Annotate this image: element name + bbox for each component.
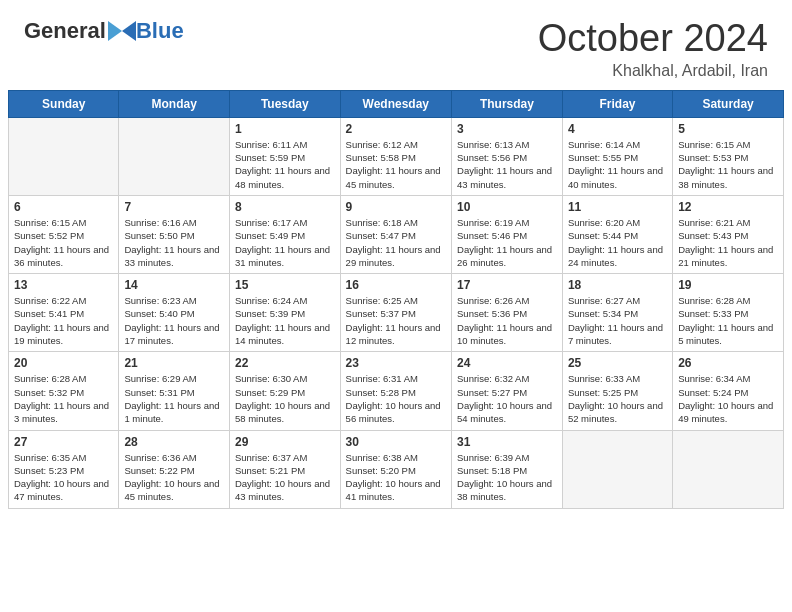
day-number: 17 — [457, 278, 557, 292]
day-number: 19 — [678, 278, 778, 292]
day-number: 30 — [346, 435, 446, 449]
header: General Blue October 2024 Khalkhal, Arda… — [0, 0, 792, 90]
day-detail: Sunrise: 6:32 AMSunset: 5:27 PMDaylight:… — [457, 372, 557, 425]
calendar-day-cell: 17Sunrise: 6:26 AMSunset: 5:36 PMDayligh… — [452, 274, 563, 352]
calendar-day-cell: 30Sunrise: 6:38 AMSunset: 5:20 PMDayligh… — [340, 430, 451, 508]
day-number: 4 — [568, 122, 667, 136]
day-detail: Sunrise: 6:28 AMSunset: 5:32 PMDaylight:… — [14, 372, 113, 425]
day-number: 29 — [235, 435, 335, 449]
day-number: 26 — [678, 356, 778, 370]
calendar-day-cell: 27Sunrise: 6:35 AMSunset: 5:23 PMDayligh… — [9, 430, 119, 508]
month-title: October 2024 — [538, 18, 768, 60]
calendar-day-cell: 22Sunrise: 6:30 AMSunset: 5:29 PMDayligh… — [229, 352, 340, 430]
calendar-day-cell: 15Sunrise: 6:24 AMSunset: 5:39 PMDayligh… — [229, 274, 340, 352]
calendar-weekday-header: Thursday — [452, 90, 563, 117]
day-number: 16 — [346, 278, 446, 292]
calendar-day-cell: 10Sunrise: 6:19 AMSunset: 5:46 PMDayligh… — [452, 195, 563, 273]
calendar-weekday-header: Wednesday — [340, 90, 451, 117]
day-number: 7 — [124, 200, 224, 214]
day-detail: Sunrise: 6:31 AMSunset: 5:28 PMDaylight:… — [346, 372, 446, 425]
calendar-day-cell: 11Sunrise: 6:20 AMSunset: 5:44 PMDayligh… — [562, 195, 672, 273]
calendar-day-cell: 12Sunrise: 6:21 AMSunset: 5:43 PMDayligh… — [673, 195, 784, 273]
day-detail: Sunrise: 6:34 AMSunset: 5:24 PMDaylight:… — [678, 372, 778, 425]
day-number: 9 — [346, 200, 446, 214]
day-detail: Sunrise: 6:12 AMSunset: 5:58 PMDaylight:… — [346, 138, 446, 191]
svg-marker-1 — [108, 21, 122, 41]
calendar-day-cell — [119, 117, 230, 195]
day-detail: Sunrise: 6:30 AMSunset: 5:29 PMDaylight:… — [235, 372, 335, 425]
calendar-day-cell — [9, 117, 119, 195]
calendar-day-cell — [562, 430, 672, 508]
logo-blue-text: Blue — [136, 18, 184, 44]
calendar-week-row: 1Sunrise: 6:11 AMSunset: 5:59 PMDaylight… — [9, 117, 784, 195]
day-number: 24 — [457, 356, 557, 370]
day-detail: Sunrise: 6:39 AMSunset: 5:18 PMDaylight:… — [457, 451, 557, 504]
calendar-day-cell: 6Sunrise: 6:15 AMSunset: 5:52 PMDaylight… — [9, 195, 119, 273]
day-number: 25 — [568, 356, 667, 370]
calendar-header-row: SundayMondayTuesdayWednesdayThursdayFrid… — [9, 90, 784, 117]
day-detail: Sunrise: 6:25 AMSunset: 5:37 PMDaylight:… — [346, 294, 446, 347]
day-detail: Sunrise: 6:19 AMSunset: 5:46 PMDaylight:… — [457, 216, 557, 269]
day-number: 13 — [14, 278, 113, 292]
day-number: 22 — [235, 356, 335, 370]
calendar-day-cell: 26Sunrise: 6:34 AMSunset: 5:24 PMDayligh… — [673, 352, 784, 430]
calendar-table: SundayMondayTuesdayWednesdayThursdayFrid… — [8, 90, 784, 509]
calendar-day-cell: 19Sunrise: 6:28 AMSunset: 5:33 PMDayligh… — [673, 274, 784, 352]
day-number: 1 — [235, 122, 335, 136]
calendar-day-cell — [673, 430, 784, 508]
day-number: 27 — [14, 435, 113, 449]
day-number: 15 — [235, 278, 335, 292]
page: General Blue October 2024 Khalkhal, Arda… — [0, 0, 792, 612]
calendar-day-cell: 29Sunrise: 6:37 AMSunset: 5:21 PMDayligh… — [229, 430, 340, 508]
day-detail: Sunrise: 6:27 AMSunset: 5:34 PMDaylight:… — [568, 294, 667, 347]
calendar-day-cell: 9Sunrise: 6:18 AMSunset: 5:47 PMDaylight… — [340, 195, 451, 273]
calendar-day-cell: 5Sunrise: 6:15 AMSunset: 5:53 PMDaylight… — [673, 117, 784, 195]
calendar-day-cell: 24Sunrise: 6:32 AMSunset: 5:27 PMDayligh… — [452, 352, 563, 430]
day-detail: Sunrise: 6:18 AMSunset: 5:47 PMDaylight:… — [346, 216, 446, 269]
calendar-wrapper: SundayMondayTuesdayWednesdayThursdayFrid… — [0, 90, 792, 519]
calendar-day-cell: 4Sunrise: 6:14 AMSunset: 5:55 PMDaylight… — [562, 117, 672, 195]
day-number: 5 — [678, 122, 778, 136]
day-detail: Sunrise: 6:16 AMSunset: 5:50 PMDaylight:… — [124, 216, 224, 269]
day-detail: Sunrise: 6:26 AMSunset: 5:36 PMDaylight:… — [457, 294, 557, 347]
title-block: October 2024 Khalkhal, Ardabil, Iran — [538, 18, 768, 80]
logo-text: General Blue — [24, 18, 184, 44]
calendar-week-row: 13Sunrise: 6:22 AMSunset: 5:41 PMDayligh… — [9, 274, 784, 352]
logo-flag-icon — [108, 21, 136, 41]
calendar-day-cell: 25Sunrise: 6:33 AMSunset: 5:25 PMDayligh… — [562, 352, 672, 430]
day-detail: Sunrise: 6:33 AMSunset: 5:25 PMDaylight:… — [568, 372, 667, 425]
calendar-day-cell: 7Sunrise: 6:16 AMSunset: 5:50 PMDaylight… — [119, 195, 230, 273]
day-number: 20 — [14, 356, 113, 370]
calendar-day-cell: 13Sunrise: 6:22 AMSunset: 5:41 PMDayligh… — [9, 274, 119, 352]
day-detail: Sunrise: 6:22 AMSunset: 5:41 PMDaylight:… — [14, 294, 113, 347]
day-detail: Sunrise: 6:17 AMSunset: 5:49 PMDaylight:… — [235, 216, 335, 269]
day-detail: Sunrise: 6:14 AMSunset: 5:55 PMDaylight:… — [568, 138, 667, 191]
calendar-weekday-header: Sunday — [9, 90, 119, 117]
day-number: 2 — [346, 122, 446, 136]
day-number: 11 — [568, 200, 667, 214]
calendar-day-cell: 2Sunrise: 6:12 AMSunset: 5:58 PMDaylight… — [340, 117, 451, 195]
calendar-weekday-header: Tuesday — [229, 90, 340, 117]
logo: General Blue — [24, 18, 184, 44]
calendar-day-cell: 18Sunrise: 6:27 AMSunset: 5:34 PMDayligh… — [562, 274, 672, 352]
calendar-day-cell: 21Sunrise: 6:29 AMSunset: 5:31 PMDayligh… — [119, 352, 230, 430]
calendar-day-cell: 16Sunrise: 6:25 AMSunset: 5:37 PMDayligh… — [340, 274, 451, 352]
day-detail: Sunrise: 6:37 AMSunset: 5:21 PMDaylight:… — [235, 451, 335, 504]
day-detail: Sunrise: 6:20 AMSunset: 5:44 PMDaylight:… — [568, 216, 667, 269]
day-number: 14 — [124, 278, 224, 292]
day-detail: Sunrise: 6:13 AMSunset: 5:56 PMDaylight:… — [457, 138, 557, 191]
day-detail: Sunrise: 6:36 AMSunset: 5:22 PMDaylight:… — [124, 451, 224, 504]
calendar-week-row: 6Sunrise: 6:15 AMSunset: 5:52 PMDaylight… — [9, 195, 784, 273]
day-number: 6 — [14, 200, 113, 214]
day-number: 23 — [346, 356, 446, 370]
day-detail: Sunrise: 6:23 AMSunset: 5:40 PMDaylight:… — [124, 294, 224, 347]
day-detail: Sunrise: 6:11 AMSunset: 5:59 PMDaylight:… — [235, 138, 335, 191]
calendar-day-cell: 31Sunrise: 6:39 AMSunset: 5:18 PMDayligh… — [452, 430, 563, 508]
day-number: 8 — [235, 200, 335, 214]
calendar-weekday-header: Saturday — [673, 90, 784, 117]
calendar-day-cell: 8Sunrise: 6:17 AMSunset: 5:49 PMDaylight… — [229, 195, 340, 273]
day-detail: Sunrise: 6:28 AMSunset: 5:33 PMDaylight:… — [678, 294, 778, 347]
day-number: 31 — [457, 435, 557, 449]
day-detail: Sunrise: 6:29 AMSunset: 5:31 PMDaylight:… — [124, 372, 224, 425]
calendar-day-cell: 28Sunrise: 6:36 AMSunset: 5:22 PMDayligh… — [119, 430, 230, 508]
